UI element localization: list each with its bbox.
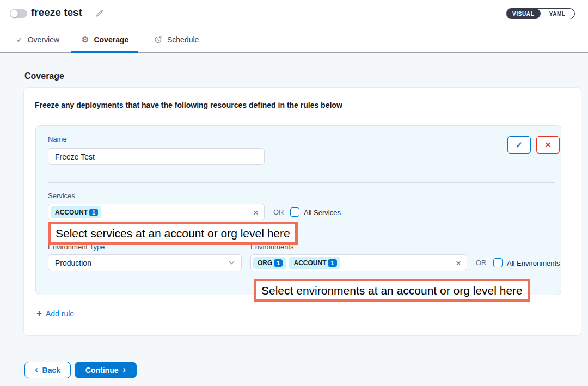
tab-coverage-label: Coverage [94, 35, 128, 44]
environment-type-select[interactable]: Production [48, 254, 242, 271]
delete-rule-button[interactable]: ✕ [536, 136, 560, 154]
all-services-checkbox[interactable] [290, 207, 299, 217]
header-bar: freeze test VISUAL YAML [0, 0, 588, 27]
freeze-title: freeze test [31, 7, 82, 19]
services-input[interactable]: ACCOUNT 1 × [48, 204, 265, 220]
clear-environments-icon[interactable]: × [456, 258, 461, 267]
view-mode-toggle: VISUAL YAML [506, 8, 575, 19]
continue-button[interactable]: Continue › [75, 362, 137, 378]
environments-annotation: Select environments at an account or org… [254, 279, 530, 302]
tab-schedule-label: Schedule [167, 35, 199, 44]
add-rule-button[interactable]: + Add rule [36, 309, 74, 318]
close-icon: ✕ [545, 140, 552, 149]
chevron-left-icon: ‹ [35, 365, 38, 374]
check-icon: ✓ [516, 140, 523, 150]
gear-icon: ⚙ [82, 35, 89, 44]
tab-coverage[interactable]: ⚙ Coverage [82, 27, 128, 52]
all-environments-checkbox[interactable] [493, 258, 503, 267]
service-tag-account[interactable]: ACCOUNT 1 [51, 206, 101, 218]
yaml-toggle-option[interactable]: YAML [541, 9, 575, 19]
back-label: Back [42, 366, 60, 375]
coverage-description: Freeze any deployments that have the fol… [35, 101, 342, 109]
services-or-label: OR [273, 208, 284, 216]
tag-label: ORG [258, 259, 272, 267]
edit-icon[interactable] [95, 9, 104, 18]
tag-count-badge: 1 [328, 259, 336, 267]
freeze-toggle[interactable] [10, 9, 27, 18]
check-icon: ✓ [16, 36, 23, 44]
all-environments-label: All Environments [507, 259, 560, 267]
tab-schedule[interactable]: Schedule [154, 27, 199, 52]
chevron-right-icon: › [122, 365, 126, 374]
chevron-down-icon [229, 261, 235, 265]
visual-toggle-option[interactable]: VISUAL [506, 9, 541, 19]
confirm-rule-button[interactable]: ✓ [507, 136, 531, 154]
tab-overview-label: Overview [28, 35, 59, 44]
tab-overview[interactable]: ✓ Overview [16, 27, 59, 52]
tag-label: ACCOUNT [55, 209, 88, 216]
continue-label: Continue [85, 366, 119, 375]
environment-tag-account[interactable]: ACCOUNT 1 [289, 257, 340, 269]
clear-services-icon[interactable]: × [253, 207, 259, 217]
environments-input[interactable]: ORG 1 ACCOUNT 1 × [250, 254, 467, 271]
environment-tag-org[interactable]: ORG 1 [253, 257, 286, 269]
rule-divider [48, 182, 555, 183]
name-label: Name [48, 135, 67, 143]
plus-icon: + [36, 309, 42, 318]
tag-count-badge: 1 [274, 259, 283, 267]
environment-type-value: Production [55, 259, 91, 267]
page-title: Coverage [24, 71, 64, 81]
tab-bar: ✓ Overview ⚙ Coverage Schedule [0, 27, 588, 53]
toggle-knob [10, 10, 18, 17]
environments-or-label: OR [476, 259, 487, 267]
clock-icon [154, 35, 162, 44]
all-services-label: All Services [304, 209, 341, 217]
services-annotation: Select services at an account or org lev… [48, 222, 298, 245]
back-button[interactable]: ‹ Back [24, 362, 71, 378]
tag-label: ACCOUNT [293, 259, 326, 267]
active-tab-indicator [71, 51, 138, 53]
tag-count-badge: 1 [89, 209, 98, 216]
services-label: Services [48, 192, 75, 200]
add-rule-label: Add rule [46, 309, 74, 318]
name-input[interactable] [48, 148, 265, 165]
